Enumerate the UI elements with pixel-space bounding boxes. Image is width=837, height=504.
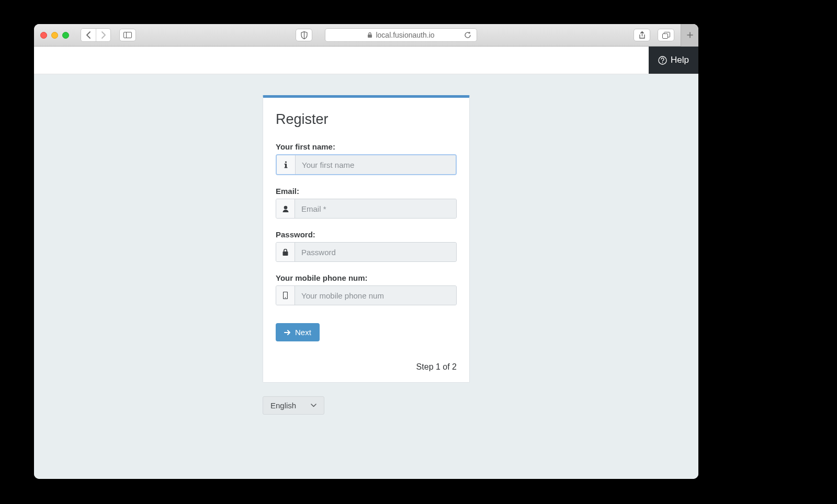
info-icon (277, 155, 296, 174)
traffic-lights (40, 32, 69, 39)
nav-buttons (81, 28, 111, 42)
privacy-button[interactable] (296, 29, 312, 41)
share-button[interactable] (634, 29, 650, 41)
app-topbar: Help (34, 47, 698, 74)
form-group-password: Password: (276, 230, 457, 262)
svg-point-5 (662, 62, 663, 63)
svg-rect-0 (124, 32, 132, 38)
help-icon (658, 56, 667, 65)
password-input-group (276, 242, 457, 262)
browser-toolbar: local.fusionauth.io (34, 24, 698, 47)
email-label: Email: (276, 187, 457, 196)
first-name-input-group (276, 154, 457, 175)
chevron-down-icon (311, 404, 316, 407)
form-group-phone: Your mobile phone num: (276, 273, 457, 305)
lock-icon (367, 32, 372, 38)
language-footer: English (263, 396, 470, 415)
lock-icon (276, 243, 295, 261)
help-button[interactable]: Help (649, 47, 698, 74)
user-icon (276, 199, 295, 218)
phone-input-group (276, 285, 457, 305)
first-name-label: Your first name: (276, 142, 457, 151)
email-input-group (276, 199, 457, 219)
language-label: English (270, 401, 296, 410)
maximize-window-button[interactable] (62, 32, 69, 39)
svg-rect-8 (285, 167, 288, 168)
chevron-left-icon (86, 31, 91, 39)
shield-icon (301, 31, 308, 39)
reload-icon (464, 31, 471, 39)
form-group-email: Email: (276, 187, 457, 219)
tabs-icon (662, 32, 670, 39)
back-button[interactable] (81, 29, 96, 41)
new-tab-button[interactable] (681, 24, 698, 47)
browser-window: local.fusionauth.io Help Register Your f… (34, 24, 698, 479)
minimize-window-button[interactable] (51, 32, 58, 39)
language-select[interactable]: English (263, 396, 324, 415)
svg-rect-9 (285, 164, 286, 165)
svg-rect-2 (368, 35, 372, 38)
password-label: Password: (276, 230, 457, 239)
chevron-right-icon (101, 31, 106, 39)
phone-label: Your mobile phone num: (276, 273, 457, 282)
first-name-input[interactable] (296, 155, 456, 174)
svg-point-6 (285, 161, 287, 163)
page-body: Register Your first name: Email: (34, 74, 698, 479)
sidebar-toggle-button[interactable] (119, 29, 136, 41)
reload-button[interactable] (461, 29, 474, 41)
close-window-button[interactable] (40, 32, 47, 39)
next-button-label: Next (295, 328, 311, 337)
svg-rect-3 (662, 33, 668, 38)
help-label: Help (671, 55, 689, 65)
svg-point-13 (285, 297, 286, 298)
next-button[interactable]: Next (276, 323, 320, 341)
svg-rect-11 (283, 251, 288, 256)
page-title: Register (276, 111, 457, 128)
email-input[interactable] (295, 199, 456, 218)
sidebar-icon (123, 32, 132, 38)
form-group-first-name: Your first name: (276, 142, 457, 175)
password-input[interactable] (295, 243, 456, 261)
svg-point-10 (284, 205, 287, 209)
arrow-right-icon (284, 329, 291, 336)
plus-icon (686, 31, 694, 39)
url-text: local.fusionauth.io (376, 31, 434, 39)
step-indicator: Step 1 of 2 (276, 362, 457, 372)
forward-button[interactable] (96, 29, 110, 41)
phone-input[interactable] (295, 286, 456, 305)
mobile-icon (276, 286, 295, 305)
tabs-button[interactable] (658, 29, 674, 41)
address-bar[interactable]: local.fusionauth.io (325, 28, 477, 42)
share-icon (639, 31, 646, 39)
register-card: Register Your first name: Email: (263, 95, 470, 383)
